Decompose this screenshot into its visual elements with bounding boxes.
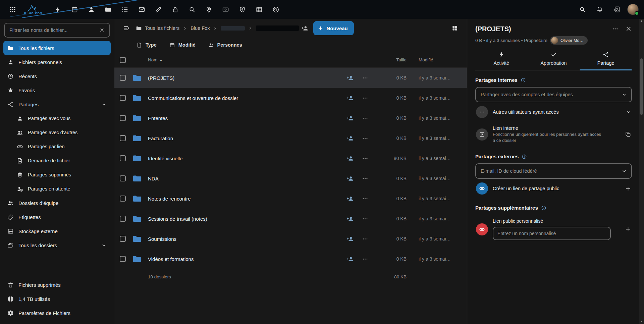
- column-header-size[interactable]: Taille: [373, 57, 407, 62]
- panel-actions-button[interactable]: [612, 25, 619, 32]
- row-checkbox[interactable]: [120, 175, 126, 181]
- logo[interactable]: BLUE FOX: [24, 4, 43, 15]
- file-row[interactable]: Facturation 0 KB il y a 3 semai…: [114, 128, 467, 148]
- add-custom-link-button[interactable]: [625, 226, 631, 232]
- select-all-checkbox[interactable]: [120, 57, 126, 63]
- share-status-icon[interactable]: [302, 25, 308, 32]
- file-row[interactable]: Ententes 0 KB il y a 3 semai…: [114, 108, 467, 128]
- sidebar-item-all-folders[interactable]: Tous les dossiers: [3, 238, 111, 252]
- file-row[interactable]: (PROJETS) 0 KB il y a 3 semai…: [114, 68, 467, 88]
- tab-approval[interactable]: Approbation: [528, 48, 580, 70]
- sidebar-item-shared-by-link[interactable]: Partagés par lien: [3, 140, 111, 154]
- file-row[interactable]: Vidéos et formations 0 KB il y a 3 semai…: [114, 249, 467, 269]
- app-passwords-button[interactable]: [169, 3, 182, 16]
- file-row[interactable]: Sessions de travail (notes) 0 KB il y a …: [114, 209, 467, 229]
- sidebar-item-favorites[interactable]: Favoris: [3, 83, 111, 97]
- breadcrumb-item[interactable]: Blue Fox: [191, 25, 210, 31]
- app-money-button[interactable]: [219, 3, 232, 16]
- row-checkbox[interactable]: [120, 155, 126, 161]
- chevron-up-icon[interactable]: [101, 102, 107, 107]
- create-public-link-row[interactable]: Créer un lien de partage public: [475, 179, 632, 198]
- file-name[interactable]: Communications et ouverture de dossier: [148, 95, 333, 101]
- app-calendar-button[interactable]: [68, 3, 82, 16]
- breadcrumb-item-redacted[interactable]: [256, 25, 299, 31]
- sidebar-item-team-folders[interactable]: Dossiers d’équipe: [3, 196, 111, 210]
- actions-menu-button[interactable]: [362, 95, 368, 101]
- actions-menu-button[interactable]: [362, 256, 368, 262]
- filter-chip-type[interactable]: Type: [135, 40, 158, 50]
- row-checkbox[interactable]: [120, 115, 126, 121]
- app-vault-button[interactable]: [236, 3, 249, 16]
- tab-activity[interactable]: Activité: [475, 48, 528, 70]
- share-button[interactable]: [347, 236, 353, 242]
- file-name[interactable]: Sessions de travail (notes): [148, 216, 333, 222]
- share-button[interactable]: [347, 155, 353, 162]
- sort-ascending-icon[interactable]: ▲: [160, 58, 163, 62]
- sidebar-item-pending-shares[interactable]: Partages en attente: [3, 182, 111, 196]
- sidebar-item-shared-with-you[interactable]: Partagés avec vous: [3, 111, 111, 125]
- grid-view-toggle-button[interactable]: [448, 21, 462, 35]
- app-tasks-button[interactable]: [118, 3, 132, 16]
- app-maps-button[interactable]: [202, 3, 216, 16]
- sidebar-item-personal-files[interactable]: Fichiers personnels: [3, 55, 111, 69]
- apps-menu-button[interactable]: [5, 2, 20, 17]
- app-tables-button[interactable]: [253, 3, 266, 16]
- app-activity-button[interactable]: [51, 3, 65, 16]
- row-checkbox[interactable]: [120, 256, 126, 262]
- share-button[interactable]: [347, 75, 353, 81]
- add-public-link-button[interactable]: [625, 185, 631, 192]
- row-checkbox[interactable]: [120, 75, 126, 81]
- app-files-button[interactable]: [102, 3, 115, 16]
- share-button[interactable]: [347, 95, 353, 101]
- sidebar-item-tags[interactable]: Étiquettes: [3, 210, 111, 224]
- sidebar-item-shares[interactable]: Partages: [3, 97, 111, 111]
- file-name[interactable]: Identité visuelle: [148, 156, 333, 161]
- filter-input[interactable]: [9, 27, 97, 33]
- chevron-down-icon[interactable]: [101, 242, 107, 248]
- sidebar-item-recent[interactable]: Récents: [3, 69, 111, 83]
- panel-close-button[interactable]: [625, 25, 632, 32]
- app-talk-button[interactable]: [269, 3, 283, 16]
- column-header-name[interactable]: Nom: [148, 57, 158, 62]
- file-name[interactable]: Ententes: [148, 115, 333, 121]
- owner-chip[interactable]: Olivier Mo…: [550, 36, 588, 45]
- file-name[interactable]: NDA: [148, 176, 333, 181]
- info-icon[interactable]: [541, 205, 546, 211]
- row-checkbox[interactable]: [120, 216, 126, 222]
- breadcrumb-item-redacted[interactable]: [221, 26, 245, 31]
- other-users-row[interactable]: Autres utilisateurs ayant accès: [475, 102, 632, 122]
- breadcrumb-item[interactable]: Tous les fichiers: [145, 25, 179, 31]
- row-checkbox[interactable]: [120, 135, 126, 141]
- notifications-button[interactable]: [592, 2, 607, 17]
- file-row[interactable]: NDA 0 KB il y a 3 semai…: [114, 168, 467, 188]
- actions-menu-button[interactable]: [362, 175, 368, 182]
- internal-share-select[interactable]: Partager avec des comptes et des équipes: [475, 87, 632, 102]
- actions-menu-button[interactable]: [362, 75, 368, 81]
- sidebar-item-deleted-shares[interactable]: Partages supprimés: [3, 168, 111, 182]
- app-notes-button[interactable]: [152, 3, 165, 16]
- tab-sharing[interactable]: Partage: [580, 48, 632, 70]
- file-row[interactable]: Notes de rencontre 0 KB il y a 3 semai…: [114, 188, 467, 209]
- sidebar-item-file-request[interactable]: Demande de fichier: [3, 154, 111, 168]
- external-share-select[interactable]: E-mail, ID de cloud fédéré: [475, 163, 632, 179]
- unified-search-button[interactable]: [575, 2, 590, 17]
- actions-menu-button[interactable]: [362, 236, 368, 242]
- sidebar-item-shared-with-others[interactable]: Partagés avec d’autres: [3, 125, 111, 140]
- row-checkbox[interactable]: [120, 196, 126, 202]
- column-header-modified[interactable]: Modifié: [411, 57, 462, 62]
- clear-filter-button[interactable]: [97, 25, 107, 36]
- share-button[interactable]: [347, 196, 353, 202]
- files-settings-button[interactable]: Paramètres de Fichiers: [3, 306, 111, 320]
- filter-chip-people[interactable]: Personnes: [207, 40, 244, 50]
- share-button[interactable]: [347, 135, 353, 142]
- scrollbar-track[interactable]: ▲ ▼: [639, 19, 644, 324]
- sidebar-item-external-storage[interactable]: Stockage externe: [3, 224, 111, 238]
- share-button[interactable]: [347, 175, 353, 182]
- file-name[interactable]: (PROJETS): [148, 75, 333, 81]
- file-name[interactable]: Facturation: [148, 136, 333, 141]
- scrollbar-thumb[interactable]: [640, 58, 643, 115]
- storage-quota[interactable]: 1,4 TB utilisés: [3, 292, 111, 306]
- row-checkbox[interactable]: [120, 95, 126, 101]
- row-checkbox[interactable]: [120, 236, 126, 242]
- file-row[interactable]: Communications et ouverture de dossier 0…: [114, 88, 467, 108]
